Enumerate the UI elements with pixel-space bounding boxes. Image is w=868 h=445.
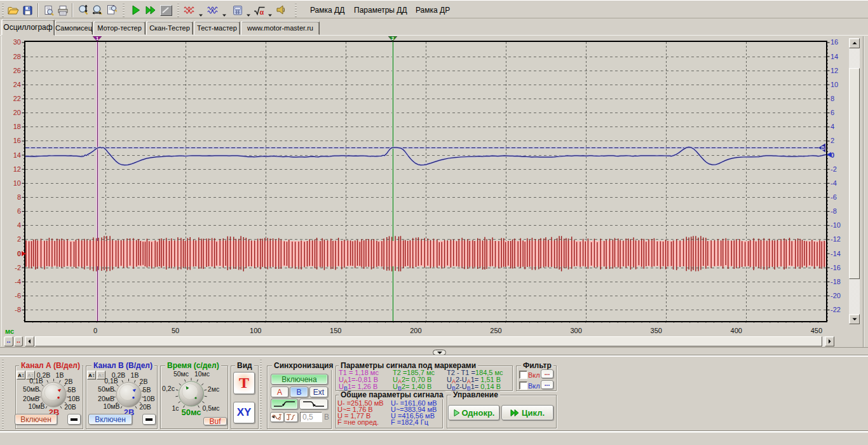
svg-text:250: 250 [490,327,501,334]
svg-text:-14: -14 [831,250,841,257]
svg-text:400: 400 [731,327,742,334]
svg-text:2: 2 [831,137,834,144]
svg-text:0: 0 [93,327,97,334]
svg-text:-10: -10 [831,221,841,229]
svg-text:4: 4 [831,123,834,130]
svg-text:450: 450 [811,327,822,334]
svg-text:-4: -4 [15,278,21,285]
svg-text:12: 12 [831,67,838,74]
svg-text:24: 24 [13,81,21,88]
svg-text:300: 300 [570,327,581,334]
svg-text:-6: -6 [831,193,837,201]
svg-text:α: α [260,8,264,16]
svg-text:10: 10 [13,179,21,187]
svg-text:-20: -20 [831,292,841,299]
svg-text:6: 6 [17,207,21,215]
svg-text:-8: -8 [831,207,837,215]
svg-text:1: 1 [96,36,98,41]
svg-text:200: 200 [410,327,421,334]
svg-text:-2: -2 [15,264,21,271]
svg-text:12: 12 [13,165,21,173]
svg-text:0: 0 [17,250,21,257]
svg-text:100: 100 [250,327,261,334]
svg-text:4: 4 [17,221,21,229]
svg-text:6: 6 [831,109,834,116]
svg-text:-8: -8 [15,306,21,313]
svg-text:28: 28 [13,53,21,60]
svg-text:20: 20 [13,109,21,116]
svg-text:150: 150 [330,327,341,334]
svg-text:-22: -22 [831,306,841,313]
svg-text:10: 10 [831,81,838,88]
svg-text:-12: -12 [831,235,841,243]
svg-text:-18: -18 [831,278,841,285]
svg-text:18: 18 [13,123,21,130]
svg-text:22: 22 [13,95,21,102]
svg-text:16: 16 [831,38,838,46]
svg-text:B: B [821,145,825,151]
svg-text:мс: мс [5,327,14,335]
svg-text:2: 2 [17,235,21,243]
svg-text:14: 14 [13,151,21,159]
svg-text:50: 50 [172,327,179,334]
svg-text:2: 2 [391,36,394,41]
svg-text:-16: -16 [831,264,841,271]
svg-text:8: 8 [17,193,21,201]
svg-text:14: 14 [831,53,838,60]
svg-text:350: 350 [651,327,662,334]
svg-text:-2: -2 [831,165,837,173]
svg-text:8: 8 [831,95,834,102]
svg-text:-6: -6 [15,292,21,299]
svg-text:-4: -4 [831,179,837,187]
svg-text:16: 16 [13,137,21,144]
svg-text:30: 30 [13,38,21,46]
svg-text:26: 26 [13,67,21,74]
